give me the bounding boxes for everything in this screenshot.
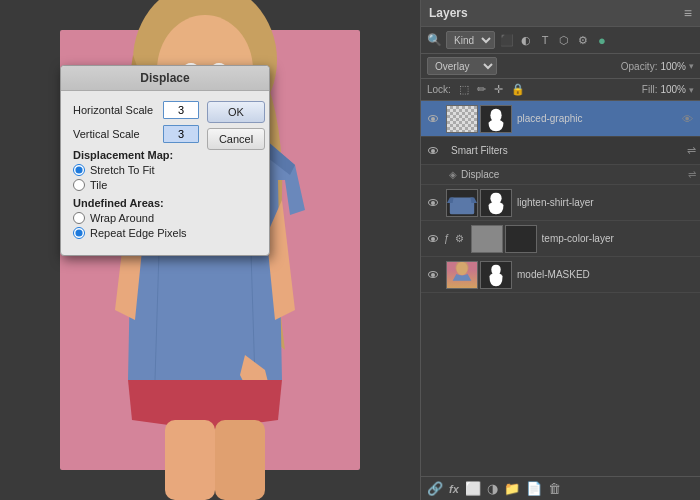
eye-visibility-icon[interactable] (425, 267, 441, 283)
type-filter-icon[interactable]: T (537, 32, 553, 48)
wrap-around-label: Wrap Around (90, 212, 154, 224)
lock-all-icon[interactable]: 🔒 (509, 82, 527, 97)
layers-menu-icon[interactable]: ≡ (684, 5, 692, 21)
svg-point-11 (455, 261, 468, 275)
trash-icon[interactable]: 🗑 (548, 481, 561, 496)
layers-panel-title: Layers (429, 6, 468, 20)
filter-options-icon[interactable]: ⇌ (688, 169, 696, 180)
kind-select[interactable]: Kind (446, 31, 495, 49)
vertical-scale-label: Vertical Scale (73, 128, 163, 140)
new-layer-icon[interactable]: 📄 (526, 481, 542, 496)
wrap-around-option[interactable]: Wrap Around (73, 212, 199, 224)
layer-item[interactable]: ƒ ⚙ temp-color-layer (421, 221, 700, 257)
eye-visibility-icon[interactable] (425, 231, 441, 247)
layer-filter-icons: ⬛ ◐ T ⬡ ⚙ ● (499, 32, 610, 48)
displace-dialog: Displace Horizontal Scale Vertical Scale… (60, 65, 270, 256)
tile-radio[interactable] (73, 179, 85, 191)
stretch-to-fit-radio[interactable] (73, 164, 85, 176)
horizontal-scale-row: Horizontal Scale (73, 101, 199, 119)
opacity-value[interactable]: 100% (660, 61, 686, 72)
eye-visibility-icon[interactable] (425, 195, 441, 211)
stretch-to-fit-option[interactable]: Stretch To Fit (73, 164, 199, 176)
cancel-button[interactable]: Cancel (207, 128, 265, 150)
adjustment-filter-icon[interactable]: ◐ (518, 32, 534, 48)
opacity-group: Opacity: 100% ▾ (621, 61, 694, 72)
layer-content-thumb (446, 189, 478, 217)
svg-rect-9 (450, 197, 474, 214)
filter-toggle-icon[interactable]: ● (594, 32, 610, 48)
displace-filter-icon: ◈ (449, 169, 457, 180)
wrap-around-radio[interactable] (73, 212, 85, 224)
footer-icon-group: 🔗 fx ⬜ ◑ 📁 📄 🗑 (427, 481, 561, 496)
layer-mask-thumb (480, 261, 512, 289)
repeat-edge-option[interactable]: Repeat Edge Pixels (73, 227, 199, 239)
fill-label: Fill: (642, 84, 658, 95)
layers-panel-header: Layers ≡ (421, 0, 700, 27)
layer-mask-thumb (505, 225, 537, 253)
smartobj-filter-icon[interactable]: ⚙ (575, 32, 591, 48)
layer-name: temp-color-layer (542, 233, 696, 244)
stretch-to-fit-label: Stretch To Fit (90, 164, 155, 176)
displace-filter-item[interactable]: ◈ Displace ⇌ (421, 165, 700, 185)
svg-rect-8 (215, 420, 265, 500)
blend-mode-bar: Overlay Opacity: 100% ▾ (421, 54, 700, 79)
layer-item[interactable]: placed-graphic 👁 (421, 101, 700, 137)
undefined-areas-label: Undefined Areas: (73, 197, 199, 209)
fill-value[interactable]: 100% (660, 84, 686, 95)
eye-visibility-icon[interactable] (425, 111, 441, 127)
layer-thumbnails (446, 261, 512, 289)
layer-item[interactable]: model-MASKED (421, 257, 700, 293)
repeat-edge-radio[interactable] (73, 227, 85, 239)
smart-filters-options-icon[interactable]: ⇌ (687, 144, 696, 157)
layer-name: lighten-shirt-layer (517, 197, 696, 208)
ok-button[interactable]: OK (207, 101, 265, 123)
pixel-filter-icon[interactable]: ⬛ (499, 32, 515, 48)
layer-mask-thumb (480, 105, 512, 133)
layer-content-thumb (471, 225, 503, 253)
opacity-chevron: ▾ (689, 61, 694, 71)
layer-thumbnails (446, 105, 512, 133)
lock-transparent-icon[interactable]: ⬚ (457, 82, 471, 97)
layer-name: placed-graphic (517, 113, 679, 124)
blend-mode-select[interactable]: Overlay (427, 57, 497, 75)
vertical-scale-input[interactable] (163, 125, 199, 143)
mask-icon[interactable]: ⬜ (465, 481, 481, 496)
layer-name: model-MASKED (517, 269, 696, 280)
layers-search-bar: 🔍 Kind ⬛ ◐ T ⬡ ⚙ ● (421, 27, 700, 54)
tile-label: Tile (90, 179, 107, 191)
smartobj-badge-icon: ⚙ (455, 233, 464, 244)
italic-style-icon: ƒ (444, 233, 450, 244)
link-icon[interactable]: 🔗 (427, 481, 443, 496)
adjustment-icon[interactable]: ◑ (487, 481, 498, 496)
smart-filters-eye-icon[interactable] (425, 143, 441, 159)
shape-filter-icon[interactable]: ⬡ (556, 32, 572, 48)
lock-pixels-icon[interactable]: ✏ (475, 82, 488, 97)
layer-thumbnails (471, 225, 537, 253)
layer-item[interactable]: lighten-shirt-layer (421, 185, 700, 221)
displacement-map-label: Displacement Map: (73, 149, 199, 161)
tile-option[interactable]: Tile (73, 179, 199, 191)
opacity-label: Opacity: (621, 61, 658, 72)
layer-thumbnails (446, 189, 512, 217)
layers-panel: Layers ≡ 🔍 Kind ⬛ ◐ T ⬡ ⚙ ● Overlay Opac… (420, 0, 700, 500)
repeat-edge-label: Repeat Edge Pixels (90, 227, 187, 239)
layers-list: placed-graphic 👁 Smart Filters ⇌ ◈ Displ… (421, 101, 700, 476)
horizontal-scale-input[interactable] (163, 101, 199, 119)
displace-filter-label: Displace (461, 169, 499, 180)
fill-group: Fill: 100% ▾ (642, 84, 694, 95)
layer-content-thumb (446, 261, 478, 289)
dialog-buttons: OK Cancel (207, 101, 265, 245)
layer-content-thumb (446, 105, 478, 133)
layer-link-icon[interactable]: 👁 (679, 113, 696, 125)
smart-filters-item[interactable]: Smart Filters ⇌ (421, 137, 700, 165)
fx-icon[interactable]: fx (449, 483, 459, 495)
horizontal-scale-label: Horizontal Scale (73, 104, 163, 116)
vertical-scale-row: Vertical Scale (73, 125, 199, 143)
smart-filters-label: Smart Filters (451, 145, 687, 156)
layers-footer: 🔗 fx ⬜ ◑ 📁 📄 🗑 (421, 476, 700, 500)
displacement-map-group: Stretch To Fit Tile (73, 164, 199, 191)
lock-position-icon[interactable]: ✛ (492, 82, 505, 97)
folder-icon[interactable]: 📁 (504, 481, 520, 496)
lock-bar: Lock: ⬚ ✏ ✛ 🔒 Fill: 100% ▾ (421, 79, 700, 101)
dialog-title: Displace (61, 66, 269, 91)
